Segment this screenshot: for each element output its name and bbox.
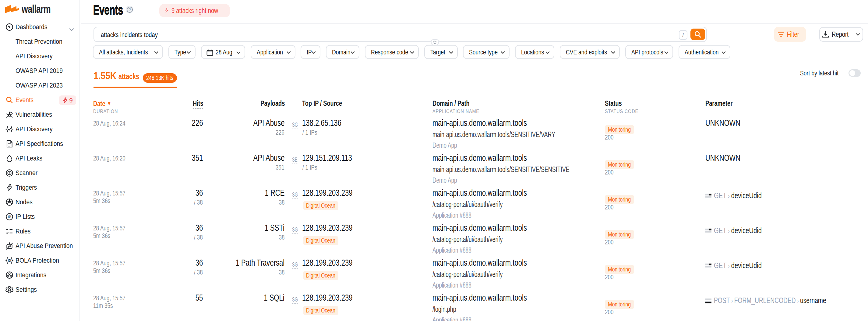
svg-text:ID: ID — [8, 259, 11, 262]
svg-text:IP: IP — [8, 215, 11, 219]
